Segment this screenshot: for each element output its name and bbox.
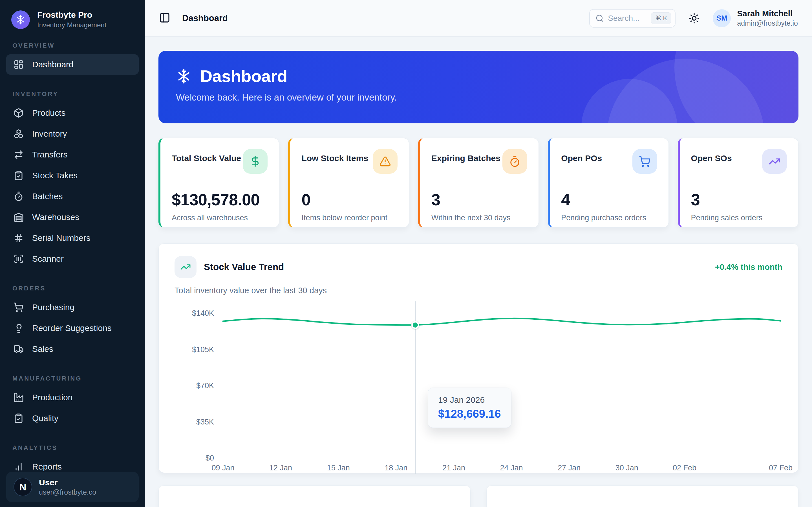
warehouse-icon — [13, 212, 24, 222]
y-axis-tick: $105K — [192, 345, 214, 354]
sidebar-item-serial-numbers[interactable]: Serial Numbers — [6, 228, 139, 248]
sidebar-item-products[interactable]: Products — [6, 103, 139, 123]
chart-subtitle: Total inventory value over the last 30 d… — [174, 286, 782, 295]
y-axis-tick: $70K — [196, 381, 214, 390]
x-axis-tick: 15 Jan — [327, 464, 350, 472]
chart-title: Stock Value Trend — [204, 262, 284, 272]
stat-card-subtitle: Within the next 30 days — [432, 214, 527, 222]
stock-value-trend-card: Stock Value Trend +0.4% this month Total… — [158, 243, 799, 473]
tooltip-date: 19 Jan 2026 — [438, 395, 501, 405]
sidebar-item-scanner[interactable]: Scanner — [6, 249, 139, 269]
stat-card-value: 0 — [301, 190, 397, 209]
sidebar-item-production[interactable]: Production — [6, 387, 139, 407]
sidebar: Frostbyte Pro Inventory Management Overv… — [0, 0, 145, 507]
banner-subtitle: Welcome back. Here is an overview of you… — [176, 92, 781, 103]
stat-card-total-stock-value[interactable]: Total Stock Value $130,578.00 Across all… — [158, 138, 279, 228]
sidebar-item-batches[interactable]: Batches — [6, 186, 139, 207]
sidebar-toggle-button[interactable] — [159, 12, 170, 24]
stat-card-subtitle: Across all warehouses — [172, 214, 267, 222]
chart-plot[interactable]: 19 Jan 2026 $128,669.16 — [223, 305, 781, 459]
x-axis-tick: 07 Feb — [769, 464, 793, 472]
x-axis-tick: 09 Jan — [211, 464, 234, 472]
transfer-arrows-icon — [13, 150, 24, 160]
stat-card-subtitle: Pending purchase orders — [561, 214, 657, 222]
sidebar-item-quality[interactable]: Quality — [6, 408, 139, 429]
sidebar-item-label: Dashboard — [32, 60, 73, 69]
banner-title: Dashboard — [200, 66, 287, 86]
theme-toggle-button[interactable] — [689, 13, 700, 24]
sidebar-item-transfers[interactable]: Transfers — [6, 145, 139, 165]
bar-chart-icon — [13, 462, 24, 472]
sidebar-item-stock-takes[interactable]: Stock Takes — [6, 165, 139, 186]
stat-card-low-stock-items[interactable]: Low Stock Items 0 Items below reorder po… — [288, 138, 409, 228]
sidebar-item-label: Inventory — [32, 129, 67, 138]
sidebar-item-warehouses[interactable]: Warehouses — [6, 207, 139, 227]
stat-cards-row: Total Stock Value $130,578.00 Across all… — [158, 138, 799, 228]
stat-card-title: Low Stock Items — [301, 154, 368, 163]
profile-email: admin@frostbyte.io — [737, 19, 798, 27]
bottom-cards-row — [158, 485, 799, 507]
sidebar-section-items: Dashboard — [0, 54, 145, 75]
sidebar-item-sales[interactable]: Sales — [6, 339, 139, 359]
user-info: User user@frostbyte.co — [39, 478, 96, 496]
x-axis-tick: 02 Feb — [673, 464, 696, 472]
sidebar-section-items: Purchasing Reorder Suggestions Sales — [0, 297, 145, 359]
chart-header: Stock Value Trend +0.4% this month — [174, 256, 782, 278]
user-name: User — [39, 478, 96, 487]
sidebar-item-label: Quality — [32, 413, 58, 423]
content: Dashboard Welcome back. Here is an overv… — [145, 37, 812, 507]
profile-avatar: SM — [713, 9, 731, 27]
stat-card-value: $130,578.00 — [172, 190, 267, 209]
topbar-right: ⌘ K SM Sarah Mitchell admin@frostbyte.io — [589, 9, 798, 27]
sidebar-item-dashboard[interactable]: Dashboard — [6, 54, 139, 75]
sidebar-item-label: Serial Numbers — [32, 233, 91, 243]
search-shortcut-badge: ⌘ K — [651, 12, 671, 24]
stat-card-title: Open POs — [561, 154, 602, 163]
trending-up-icon — [174, 256, 197, 278]
snowflake-icon — [11, 10, 30, 29]
stat-card-open-pos[interactable]: Open POs 4 Pending purchase orders — [548, 138, 668, 228]
stat-card-value: 3 — [691, 190, 787, 209]
clipboard-check-icon — [13, 413, 24, 424]
page-title: Dashboard — [182, 13, 228, 23]
dollar-icon — [243, 149, 267, 174]
sidebar-item-label: Transfers — [32, 150, 68, 159]
sidebar-item-label: Batches — [32, 191, 63, 201]
sidebar-item-inventory[interactable]: Inventory — [6, 124, 139, 144]
sidebar-section: Overview Dashboard — [0, 42, 145, 75]
sidebar-section: Manufacturing Production Quality — [0, 375, 145, 429]
search-box[interactable]: ⌘ K — [589, 9, 675, 27]
sidebar-section-items: Products Inventory Transfers Stock Takes… — [0, 103, 145, 269]
sidebar-item-label: Products — [32, 108, 65, 118]
sidebar-item-label: Purchasing — [32, 302, 74, 312]
sidebar-item-reorder-suggestions[interactable]: Reorder Suggestions — [6, 318, 139, 338]
snowflake-icon — [176, 68, 192, 84]
chart-y-axis: $140K$105K$70K$35K$0 — [174, 305, 214, 459]
sidebar-item-purchasing[interactable]: Purchasing — [6, 297, 139, 318]
stat-card-expiring-batches[interactable]: Expiring Batches 3 Within the next 30 da… — [418, 138, 539, 228]
clipboard-check-icon — [13, 170, 24, 180]
sidebar-section-label: Manufacturing — [12, 375, 133, 382]
tooltip-value: $128,669.16 — [438, 407, 501, 420]
truck-icon — [13, 344, 24, 354]
x-axis-tick: 21 Jan — [442, 464, 465, 472]
shopping-cart-icon — [632, 149, 657, 174]
search-input[interactable] — [608, 14, 647, 23]
sidebar-user-card[interactable]: N User user@frostbyte.co — [6, 472, 139, 502]
sidebar-item-label: Production — [32, 393, 72, 402]
profile-info: Sarah Mitchell admin@frostbyte.io — [737, 9, 798, 27]
chart-tooltip: 19 Jan 2026 $128,669.16 — [428, 388, 511, 428]
factory-icon — [13, 392, 24, 402]
stat-card-value: 3 — [432, 190, 527, 209]
stat-card-open-sos[interactable]: Open SOs 3 Pending sales orders — [678, 138, 799, 228]
welcome-banner: Dashboard Welcome back. Here is an overv… — [158, 51, 799, 123]
profile-menu[interactable]: SM Sarah Mitchell admin@frostbyte.io — [713, 9, 798, 27]
y-axis-tick: $0 — [206, 454, 214, 462]
brand[interactable]: Frostbyte Pro Inventory Management — [0, 0, 145, 37]
line-chart-svg — [223, 305, 781, 459]
banner-title-row: Dashboard — [176, 66, 781, 86]
stat-card-title: Open SOs — [691, 154, 732, 163]
y-axis-tick: $140K — [192, 309, 214, 318]
chart-area: $140K$105K$70K$35K$0 19 Jan 2026 $128,66… — [174, 305, 782, 477]
brand-subtitle: Inventory Management — [37, 21, 106, 29]
